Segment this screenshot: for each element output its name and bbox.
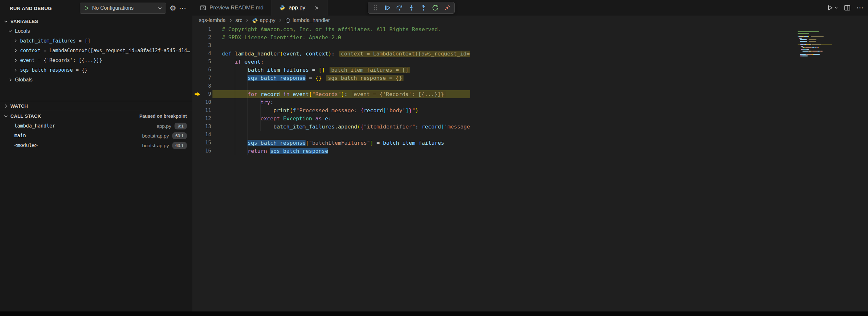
code-editor[interactable]: 1# Copyright Amazon.com, Inc. or its aff…	[192, 25, 470, 155]
variable-row[interactable]: sqs_batch_response = {}	[0, 65, 192, 75]
panel-more-actions-button[interactable]: ⋯	[178, 3, 187, 13]
line-number[interactable]: 14	[192, 131, 211, 139]
continue-icon	[384, 4, 391, 11]
code-line-content[interactable]: sqs_batch_response["batchItemFailures"] …	[222, 139, 444, 147]
settings-button[interactable]: ⚙	[168, 3, 178, 13]
code-line-content[interactable]: batch_item_failures = []batch_item_failu…	[222, 66, 410, 74]
line-number[interactable]: 5	[192, 58, 211, 66]
stack-frame-row[interactable]: <module>bootstrap.py63:1	[0, 140, 192, 150]
restart-button[interactable]	[430, 3, 441, 13]
call-stack-section-header[interactable]: CALL STACK Paused on breakpoint	[0, 111, 192, 121]
chevron-down-icon	[8, 29, 13, 34]
code-line-content[interactable]: if event:	[222, 58, 264, 66]
code-line: 16 return sqs_batch_response	[192, 147, 470, 155]
line-number[interactable]: 6	[192, 66, 211, 74]
close-icon[interactable]	[314, 5, 319, 11]
debug-start-icon[interactable]	[83, 5, 89, 11]
run-button[interactable]	[827, 4, 838, 11]
code-line-content[interactable]: for record in event["Records"]:event = {…	[222, 90, 446, 98]
tab-preview-readme.md[interactable]: Preview README.md	[192, 0, 272, 15]
variable-value: []	[85, 38, 91, 44]
step-over-button[interactable]	[394, 3, 405, 13]
code-line-content[interactable]: batch_item_failures.append({"itemIdentif…	[222, 123, 470, 131]
chevron-right-icon	[8, 77, 13, 83]
code-line-content[interactable]: print(f"Processed message: {record['body…	[222, 106, 418, 115]
frame-file: bootstrap.py	[142, 133, 169, 138]
inline-debug-value: batch_item_failures = []	[330, 67, 410, 73]
code-line-content[interactable]: # SPDX-License-Identifier: Apache-2.0	[222, 33, 341, 41]
variable-name: event	[20, 57, 35, 63]
breadcrumb-item-sqs-lambda[interactable]: sqs-lambda	[199, 18, 226, 23]
variable-row[interactable]: context = LambdaContext([aws_request_id=…	[0, 46, 192, 56]
minimap[interactable]	[798, 31, 832, 57]
variable-row[interactable]: batch_item_failures = []	[0, 36, 192, 46]
code-line-content[interactable]: except Exception as e:	[222, 115, 332, 123]
code-line-content[interactable]: def lambda_handler(event, context):conte…	[222, 50, 470, 58]
line-number[interactable]: 8	[192, 82, 211, 90]
step-out-button[interactable]	[418, 3, 429, 13]
tree-indent-guide	[11, 36, 11, 75]
breadcrumb-item-lambda_handler[interactable]: lambda_handler	[285, 18, 330, 23]
run-icon	[827, 4, 833, 11]
line-number[interactable]: 10	[192, 98, 211, 106]
stack-frame-row[interactable]: lambda_handlerapp.py9:1	[0, 121, 192, 131]
step-into-icon	[408, 4, 415, 11]
variable-name: context	[20, 48, 40, 54]
line-number[interactable]: 1	[192, 25, 211, 33]
window-bottom-edge	[0, 312, 868, 316]
breadcrumb-sep-icon	[228, 18, 233, 23]
scope-row-globals[interactable]: Globals	[0, 75, 192, 85]
variable-name: sqs_batch_response	[20, 67, 73, 73]
more-icon: ⋯	[179, 4, 187, 12]
variable-row[interactable]: event = {'Records': [{...}]}	[0, 56, 192, 65]
code-line: 13 batch_item_failures.append({"itemIden…	[192, 123, 470, 131]
line-number[interactable]: 13	[192, 123, 211, 131]
line-number[interactable]: 11	[192, 106, 211, 115]
frame-file: app.py	[157, 123, 171, 129]
minimap-line	[798, 46, 832, 47]
code-line-content[interactable]: try:	[222, 98, 273, 106]
step-into-button[interactable]	[406, 3, 417, 13]
debug-config-dropdown[interactable]: No Configurations	[80, 3, 166, 13]
code-line-content[interactable]: # Copyright Amazon.com, Inc. or its affi…	[222, 25, 441, 33]
code-line: 3	[192, 41, 470, 50]
inline-debug-value: event = {'Records': [{...}]}	[352, 91, 445, 97]
watch-section-header[interactable]: WATCH	[0, 101, 192, 111]
breadcrumb-item-app.py[interactable]: app.py	[252, 18, 275, 23]
code-line-content[interactable]: return sqs_batch_response	[222, 147, 328, 155]
minimap-line	[798, 52, 832, 53]
watch-section-label: WATCH	[10, 103, 28, 109]
line-number[interactable]: 7	[192, 74, 211, 82]
split-editor-button[interactable]	[844, 4, 850, 11]
disconnect-button[interactable]	[442, 3, 453, 13]
tab-app.py[interactable]: app.py	[272, 0, 328, 15]
breadcrumb: sqs-lambdasrcapp.pylambda_handler	[192, 15, 868, 25]
minimap-line	[798, 39, 832, 40]
line-number[interactable]: 16	[192, 147, 211, 155]
vscode-window: RUN AND DEBUG No Configurations ⚙ ⋯ VARI…	[0, 0, 868, 316]
scope-row-locals[interactable]: Locals	[0, 26, 192, 36]
minimap-line	[798, 38, 832, 39]
line-number[interactable]: 12	[192, 115, 211, 123]
continue-button[interactable]	[382, 3, 393, 13]
minimap-line	[798, 31, 832, 32]
debug-toolbar	[368, 2, 455, 13]
call-stack-list: lambda_handlerapp.py9:1mainbootstrap.py6…	[0, 121, 192, 150]
minimap-line	[798, 48, 832, 48]
line-number[interactable]: 4	[192, 50, 211, 58]
breadcrumb-label: lambda_handler	[292, 18, 330, 23]
code-line: 2# SPDX-License-Identifier: Apache-2.0	[192, 33, 470, 41]
chevron-down-icon	[3, 114, 8, 119]
code-line-content[interactable]: sqs_batch_response = {}sqs_batch_respons…	[222, 74, 404, 82]
line-number[interactable]: 3	[192, 41, 211, 50]
code-line: 11 print(f"Processed message: {record['b…	[192, 106, 470, 115]
chevron-down-icon	[157, 5, 162, 11]
frame-name: main	[14, 133, 139, 138]
line-number[interactable]: 15	[192, 139, 211, 147]
breadcrumb-item-src[interactable]: src	[236, 18, 242, 23]
code-line: 8	[192, 82, 470, 90]
stack-frame-row[interactable]: mainbootstrap.py60:1	[0, 131, 192, 140]
variables-section-header[interactable]: VARIABLES	[0, 16, 192, 26]
line-number[interactable]: 2	[192, 33, 211, 41]
drag-handle-button[interactable]	[370, 3, 381, 13]
